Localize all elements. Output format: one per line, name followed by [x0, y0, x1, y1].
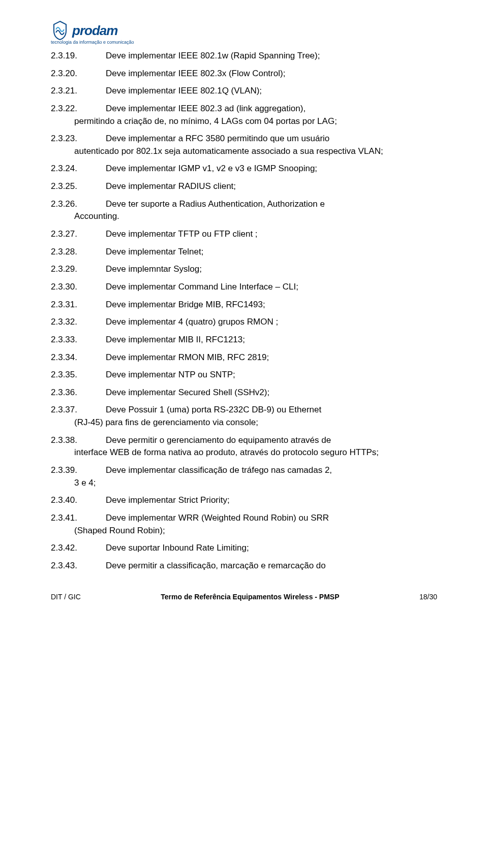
spec-number: 2.3.38.	[51, 434, 77, 447]
spec-number: 2.3.34.	[51, 351, 77, 364]
spec-item: 2.3.25.Deve implementar RADIUS client;	[51, 180, 437, 193]
spec-number: 2.3.20.	[51, 68, 77, 80]
footer-left: DIT / GIC	[51, 593, 81, 601]
brand-name: prodam	[72, 23, 117, 39]
brand-tagline: tecnologia da informação e comunicação	[51, 40, 437, 45]
spec-text-cont: interface WEB de forma nativa ao produto…	[74, 446, 437, 459]
spec-text-cont: 3 e 4;	[74, 477, 437, 490]
spec-item: 2.3.42.Deve suportar Inbound Rate Limiti…	[51, 542, 437, 555]
spec-item: 2.3.40.Deve implementar Strict Priority;	[51, 494, 437, 507]
spec-item: 2.3.23.Deve implementar a RFC 3580 permi…	[51, 133, 437, 157]
spec-number: 2.3.32.	[51, 316, 77, 329]
spec-item: 2.3.37.Deve Possuir 1 (uma) porta RS-232…	[51, 404, 437, 429]
spec-item: 2.3.31.Deve implementar Bridge MIB, RFC1…	[51, 299, 437, 311]
spec-item: 2.3.27.Deve implementar TFTP ou FTP clie…	[51, 228, 437, 241]
spec-item: 2.3.35.Deve implementar NTP ou SNTP;	[51, 369, 437, 381]
spec-text: Deve suportar Inbound Rate Limiting;	[106, 542, 437, 555]
spec-item: 2.3.30.Deve implementar Command Line Int…	[51, 281, 437, 294]
spec-item: 2.3.20.Deve implementar IEEE 802.3x (Flo…	[51, 68, 437, 80]
spec-number: 2.3.27.	[51, 228, 77, 241]
spec-text-lead: Deve Possuir 1 (uma) porta RS-232C DB-9)…	[106, 404, 437, 416]
spec-text: Deve implementar 4 (quatro) grupos RMON …	[106, 316, 437, 329]
spec-number: 2.3.39.	[51, 464, 77, 477]
spec-item: 2.3.26.Deve ter suporte a Radius Authent…	[51, 198, 437, 223]
spec-number: 2.3.41.	[51, 512, 77, 525]
spec-item: 2.3.43.Deve permitir a classificação, ma…	[51, 560, 437, 572]
spec-number: 2.3.42.	[51, 542, 77, 555]
spec-number: 2.3.19.	[51, 50, 77, 62]
spec-text: Deve implementar RADIUS client;	[106, 180, 437, 193]
spec-text-cont: (Shaped Round Robin);	[74, 525, 437, 537]
spec-text-cont: Accounting.	[74, 210, 437, 223]
spec-item: 2.3.39.Deve implementar classificação de…	[51, 464, 437, 489]
spec-item: 2.3.28.Deve implementar Telnet;	[51, 246, 437, 259]
prodam-logo-icon	[51, 20, 69, 41]
spec-number: 2.3.31.	[51, 299, 77, 311]
spec-text: Deve implementar Telnet;	[106, 246, 437, 259]
spec-text: Deve implementar IEEE 802.1w (Rapid Span…	[106, 50, 437, 62]
spec-item: 2.3.38.Deve permitir o gerenciamento do …	[51, 434, 437, 459]
spec-text: Deve implementar TFTP ou FTP client ;	[106, 228, 437, 241]
spec-item: 2.3.36.Deve implementar Secured Shell (S…	[51, 387, 437, 399]
spec-number: 2.3.21.	[51, 85, 77, 98]
spec-item: 2.3.32.Deve implementar 4 (quatro) grupo…	[51, 316, 437, 329]
spec-text-lead: Deve implementar a RFC 3580 permitindo q…	[106, 133, 437, 145]
spec-text: Deve implemntar Syslog;	[106, 263, 437, 276]
spec-number: 2.3.30.	[51, 281, 77, 294]
spec-text: Deve implementar IEEE 802.3x (Flow Contr…	[106, 68, 437, 80]
spec-number: 2.3.24.	[51, 163, 77, 175]
spec-item: 2.3.41.Deve implementar WRR (Weighted Ro…	[51, 512, 437, 537]
brand-logo: prodam tecnologia da informação e comuni…	[51, 20, 437, 45]
spec-text-lead: Deve ter suporte a Radius Authentication…	[106, 198, 437, 211]
spec-text: Deve implementar NTP ou SNTP;	[106, 369, 437, 381]
spec-text: Deve implementar Strict Priority;	[106, 494, 437, 507]
spec-number: 2.3.25.	[51, 180, 77, 193]
spec-number: 2.3.43.	[51, 560, 77, 572]
spec-text-lead: Deve implementar IEEE 802.3 ad (link agg…	[106, 103, 437, 115]
spec-text: Deve permitir a classificação, marcação …	[106, 560, 437, 572]
spec-text-lead: Deve implementar classificação de tráfeg…	[106, 464, 437, 477]
spec-number: 2.3.28.	[51, 246, 77, 259]
spec-item: 2.3.21.Deve implementar IEEE 802.1Q (VLA…	[51, 85, 437, 98]
footer-right: 18/30	[419, 593, 437, 601]
spec-item: 2.3.33.Deve implementar MIB II, RFC1213;	[51, 334, 437, 346]
page-footer: DIT / GIC Termo de Referência Equipament…	[51, 593, 437, 601]
spec-text: Deve implementar IGMP v1, v2 e v3 e IGMP…	[106, 163, 437, 175]
spec-item: 2.3.22.Deve implementar IEEE 802.3 ad (l…	[51, 103, 437, 127]
spec-number: 2.3.22.	[51, 103, 77, 115]
spec-number: 2.3.36.	[51, 387, 77, 399]
spec-text-cont: (RJ-45) para fins de gerenciamento via c…	[74, 416, 437, 429]
spec-text: Deve implementar RMON MIB, RFC 2819;	[106, 351, 437, 364]
spec-number: 2.3.40.	[51, 494, 77, 507]
spec-number: 2.3.35.	[51, 369, 77, 381]
spec-text: Deve implementar IEEE 802.1Q (VLAN);	[106, 85, 437, 98]
spec-text-lead: Deve implementar WRR (Weighted Round Rob…	[106, 512, 437, 525]
spec-item: 2.3.24.Deve implementar IGMP v1, v2 e v3…	[51, 163, 437, 175]
spec-number: 2.3.23.	[51, 133, 77, 145]
spec-item: 2.3.29.Deve implemntar Syslog;	[51, 263, 437, 276]
spec-text-lead: Deve permitir o gerenciamento do equipam…	[106, 434, 437, 447]
spec-number: 2.3.37.	[51, 404, 77, 416]
spec-text: Deve implementar Bridge MIB, RFC1493;	[106, 299, 437, 311]
spec-text: Deve implementar MIB II, RFC1213;	[106, 334, 437, 346]
footer-center: Termo de Referência Equipamentos Wireles…	[161, 593, 339, 601]
spec-text-cont: autenticado por 802.1x seja automaticame…	[74, 145, 437, 158]
document-body: 2.3.19.Deve implementar IEEE 802.1w (Rap…	[51, 50, 437, 572]
spec-text: Deve implementar Command Line Interface …	[106, 281, 437, 294]
spec-number: 2.3.29.	[51, 263, 77, 276]
spec-number: 2.3.26.	[51, 198, 77, 211]
spec-item: 2.3.19.Deve implementar IEEE 802.1w (Rap…	[51, 50, 437, 62]
spec-text: Deve implementar Secured Shell (SSHv2);	[106, 387, 437, 399]
spec-item: 2.3.34.Deve implementar RMON MIB, RFC 28…	[51, 351, 437, 364]
spec-number: 2.3.33.	[51, 334, 77, 346]
spec-text-cont: permitindo a criação de, no mínimo, 4 LA…	[74, 115, 437, 128]
